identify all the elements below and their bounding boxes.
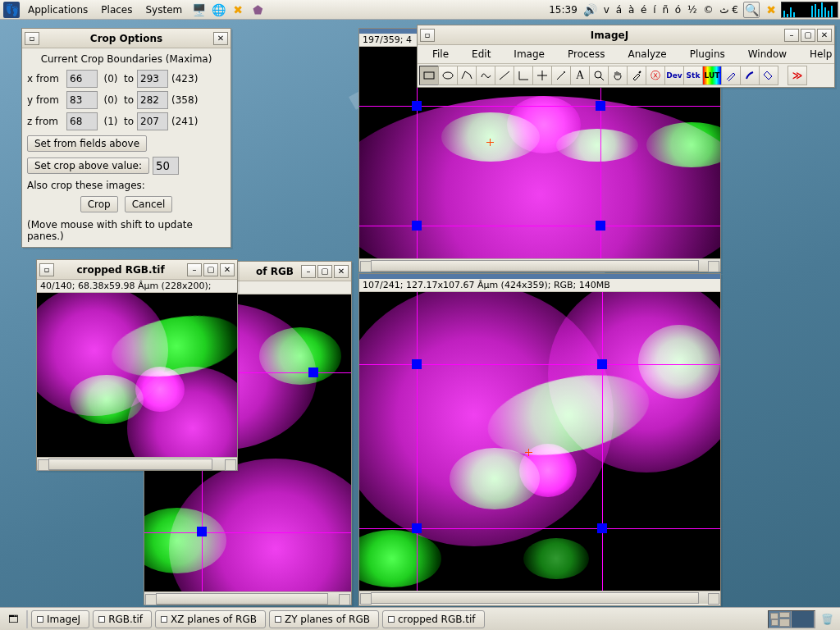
minimize-icon[interactable]: – bbox=[187, 263, 202, 276]
task-cropped[interactable]: cropped RGB.tif bbox=[382, 610, 485, 628]
wand-tool-icon[interactable] bbox=[551, 66, 571, 85]
cropped-title: cropped RGB.tif bbox=[55, 264, 186, 276]
x-to-input[interactable] bbox=[137, 70, 168, 88]
window-menu-icon[interactable]: ▫ bbox=[420, 29, 435, 42]
terminal-launcher-icon[interactable]: 🖥️ bbox=[190, 2, 207, 18]
svg-point-6 bbox=[564, 71, 565, 73]
menu-help[interactable]: Help bbox=[798, 47, 840, 62]
menu-file[interactable]: File bbox=[421, 47, 460, 62]
y-from-input[interactable] bbox=[66, 91, 98, 109]
dev-tool-icon[interactable]: Dev bbox=[664, 66, 684, 85]
minimize-icon[interactable]: – bbox=[784, 29, 799, 42]
imagej-toolbar: A ⓧ Dev Stk LUT ≫ bbox=[418, 64, 834, 87]
set-above-value-button[interactable]: Set crop above value: bbox=[27, 158, 149, 174]
task-rgb[interactable]: RGB.tif bbox=[93, 610, 152, 628]
set-from-fields-button[interactable]: Set from fields above bbox=[27, 135, 147, 152]
action-tool-icon[interactable]: ⓧ bbox=[646, 66, 665, 85]
line-tool-icon[interactable] bbox=[495, 66, 514, 85]
minimize-icon[interactable]: – bbox=[301, 265, 316, 278]
show-desktop-icon[interactable]: 🗔 bbox=[4, 610, 22, 628]
brush-tool-icon[interactable] bbox=[740, 66, 760, 85]
zy-planes-window: 107/241; 127.17x107.67 Âµm (424x359); RG… bbox=[358, 273, 721, 606]
maximize-icon[interactable]: ▢ bbox=[317, 265, 332, 278]
menu-window[interactable]: Window bbox=[737, 47, 798, 62]
zoom-tool-icon[interactable] bbox=[589, 66, 609, 85]
menu-process[interactable]: Process bbox=[556, 47, 617, 62]
search-tray-icon[interactable]: 🔍 bbox=[743, 2, 760, 18]
z-from-input[interactable] bbox=[66, 112, 98, 130]
close-icon[interactable]: ✕ bbox=[334, 265, 349, 278]
y-to-input[interactable] bbox=[137, 91, 168, 109]
imagej-window: ▫ ImageJ – ▢ ✕ File Edit Image Process A… bbox=[417, 25, 835, 88]
places-menu[interactable]: Places bbox=[94, 0, 139, 20]
browser-launcher-icon[interactable]: 🌐 bbox=[210, 2, 226, 18]
hscrollbar[interactable] bbox=[359, 258, 720, 272]
x-from-input[interactable] bbox=[66, 70, 98, 88]
crop-button[interactable]: Crop bbox=[80, 196, 118, 212]
cropped-info: 40/140; 68.38x59.98 Âµm (228x200); bbox=[37, 280, 237, 293]
switch-tool-icon[interactable]: ≫ bbox=[788, 66, 807, 85]
text-tool-icon[interactable]: A bbox=[570, 66, 590, 85]
crop-row-y: y from (0) to (358) bbox=[27, 91, 226, 109]
cancel-button[interactable]: Cancel bbox=[125, 196, 173, 212]
hscrollbar[interactable] bbox=[144, 591, 351, 605]
crop-row-x: x from (0) to (423) bbox=[27, 70, 226, 88]
system-menu[interactable]: System bbox=[139, 0, 189, 20]
menu-edit[interactable]: Edit bbox=[460, 47, 502, 62]
maximize-icon[interactable]: ▢ bbox=[203, 263, 218, 276]
svg-line-2 bbox=[500, 71, 509, 80]
close-icon[interactable]: ✕ bbox=[220, 263, 235, 276]
above-value-input[interactable] bbox=[153, 157, 179, 175]
menu-plugins[interactable]: Plugins bbox=[678, 47, 737, 62]
cropped-rgb-window: ▫ cropped RGB.tif – ▢ ✕ 40/140; 68.38x59… bbox=[36, 259, 238, 471]
hscrollbar[interactable] bbox=[37, 457, 237, 470]
dropper-tool-icon[interactable] bbox=[627, 66, 646, 85]
polygon-tool-icon[interactable] bbox=[457, 66, 477, 85]
oval-tool-icon[interactable] bbox=[438, 66, 458, 85]
imagej-title: ImageJ bbox=[436, 30, 783, 41]
applications-menu[interactable]: Applications bbox=[21, 0, 94, 20]
window-menu-icon[interactable]: ▫ bbox=[39, 263, 54, 276]
point-tool-icon[interactable] bbox=[532, 66, 552, 85]
freehand-tool-icon[interactable] bbox=[476, 66, 495, 85]
volume-icon[interactable]: 🔊 bbox=[582, 2, 599, 18]
gnome-foot-icon[interactable]: 👣 bbox=[3, 2, 20, 18]
window-menu-icon[interactable]: ▫ bbox=[25, 32, 39, 45]
purple-launcher-icon[interactable]: ⬟ bbox=[249, 2, 266, 18]
zy-info: 107/241; 127.17x107.67 Âµm (424x359); RG… bbox=[359, 279, 720, 292]
bottom-panel: 🗔 ImageJ RGB.tif XZ planes of RGB ZY pla… bbox=[0, 607, 840, 630]
stk-tool-icon[interactable]: Stk bbox=[683, 66, 703, 85]
lut-tool-icon[interactable]: LUT bbox=[702, 66, 722, 85]
svg-line-8 bbox=[600, 77, 604, 80]
system-monitor[interactable] bbox=[781, 2, 838, 18]
trash-icon[interactable]: 🗑️ bbox=[818, 610, 836, 628]
svg-point-1 bbox=[443, 72, 453, 79]
close-icon[interactable]: ✕ bbox=[817, 29, 832, 42]
hscrollbar[interactable] bbox=[359, 591, 720, 604]
flood-tool-icon[interactable] bbox=[759, 66, 778, 85]
hand-tool-icon[interactable] bbox=[608, 66, 628, 85]
svg-rect-0 bbox=[424, 72, 434, 79]
char-palette[interactable]: v á à é í ñ ó ½ © ث € bbox=[600, 4, 742, 16]
workspace-pager[interactable] bbox=[768, 610, 815, 628]
clock-label[interactable]: 15:39 bbox=[546, 4, 581, 16]
task-imagej[interactable]: ImageJ bbox=[31, 610, 89, 628]
angle-tool-icon[interactable] bbox=[514, 66, 533, 85]
top-panel: 👣 Applications Places System 🖥️ 🌐 ✖ ⬟ 15… bbox=[0, 0, 840, 20]
crop-row-z: z from (1) to (241) bbox=[27, 112, 226, 130]
z-to-input[interactable] bbox=[137, 112, 168, 130]
maximize-icon[interactable]: ▢ bbox=[801, 29, 815, 42]
menu-image[interactable]: Image bbox=[502, 47, 556, 62]
close-icon[interactable]: ✕ bbox=[213, 32, 228, 45]
task-xz[interactable]: XZ planes of RGB bbox=[155, 610, 266, 628]
x-tray-icon[interactable]: ✖ bbox=[763, 2, 779, 18]
crop-options-title: Crop Options bbox=[40, 33, 212, 44]
svg-point-7 bbox=[595, 71, 601, 78]
x-launcher-icon[interactable]: ✖ bbox=[230, 2, 246, 18]
menu-analyze[interactable]: Analyze bbox=[616, 47, 678, 62]
task-zy[interactable]: ZY planes of RGB bbox=[269, 610, 379, 628]
pencil-tool-icon[interactable] bbox=[721, 66, 741, 85]
rect-tool-icon[interactable] bbox=[419, 66, 439, 85]
imagej-menubar: File Edit Image Process Analyze Plugins … bbox=[418, 45, 834, 64]
crop-hint: (Move mouse with shift to update panes.) bbox=[27, 219, 226, 242]
